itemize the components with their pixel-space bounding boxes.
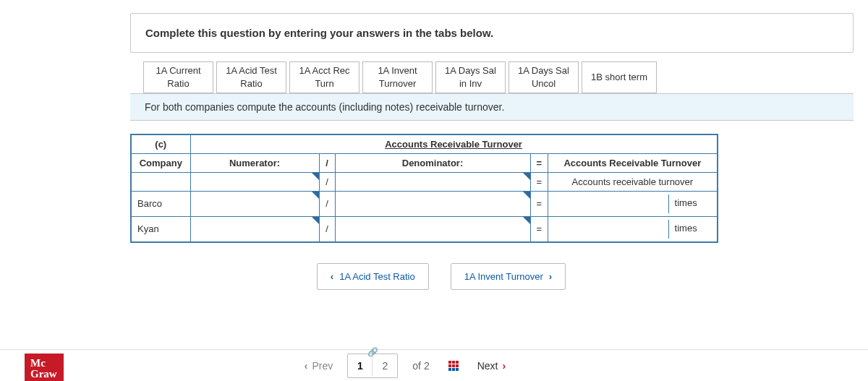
cell-slash: / [319,191,335,216]
header-numerator: Numerator: [190,153,319,172]
cell-equals: = [530,172,548,191]
cell-result-unit: times [669,194,711,213]
cell-denominator-input[interactable] [335,172,530,191]
cell-result-unit: times [669,220,711,239]
cell-numerator-input[interactable] [190,191,319,216]
table-row: Kyan / = times [131,216,718,242]
header-denominator: Denominator: [335,153,530,172]
page-other-button[interactable]: 2 [373,356,397,376]
header-slash: / [319,153,335,172]
header-part-c: (c) [131,134,190,153]
tab-1b-short-term[interactable]: 1B short term [582,61,657,93]
cell-equals: = [530,191,548,216]
header-result: Accounts Receivable Turnover [548,153,718,172]
next-tab-label: 1A Invent Turnover [464,271,543,282]
page-indicator: 🔗 1 2 [347,354,398,378]
cell-result-value-input[interactable] [554,194,669,213]
chevron-right-icon: › [502,360,506,372]
next-tab-button[interactable]: 1A Invent Turnover › [451,263,566,290]
page-of-text: of 2 [407,360,435,372]
header-equals: = [530,153,548,172]
cell-result-generic: Accounts receivable turnover [548,172,718,191]
cell-numerator-input[interactable] [190,172,319,191]
logo-line2: Graw [30,369,58,380]
tab-1a-acct-rec-turn[interactable]: 1A Acct Rec Turn [289,61,359,93]
question-prompt: For both companies compute the accounts … [130,93,854,121]
tab-1a-days-sal-in-inv[interactable]: 1A Days Sal in Inv [435,61,506,93]
mcgraw-logo: Mc Graw [25,354,64,381]
logo-line1: Mc [30,358,58,369]
cell-result-split: times [548,216,718,242]
footer-bar: Mc Graw ‹ Prev 🔗 1 2 of 2 Next › [0,349,868,381]
table-row: Barco / = times [131,191,718,216]
answer-table: (c) Accounts Receivable Turnover Company… [130,134,718,243]
total-pages: 2 [424,360,430,372]
cell-company-barco: Barco [131,191,190,216]
footer-prev-button[interactable]: ‹ Prev [299,356,339,376]
tab-nav-buttons: ‹ 1A Acid Test Ratio 1A Invent Turnover … [130,263,854,290]
cell-slash: / [319,216,335,242]
header-company: Company [131,153,190,172]
cell-slash: / [319,172,335,191]
tab-1a-acid-test-ratio[interactable]: 1A Acid Test Ratio [216,61,286,93]
tab-1a-invent-turnover[interactable]: 1A Invent Turnover [362,61,433,93]
prev-tab-label: 1A Acid Test Ratio [339,271,415,282]
instruction-text: Complete this question by entering your … [130,13,854,53]
chevron-left-icon: ‹ [305,360,308,372]
footer-prev-label: Prev [312,360,333,372]
header-merged-title: Accounts Receivable Turnover [190,134,718,153]
cell-company-kyan: Kyan [131,216,190,242]
chevron-left-icon: ‹ [331,271,333,282]
chevron-right-icon: › [549,271,552,282]
cell-result-value-input[interactable] [554,220,669,239]
tabs-container: 1A Current Ratio 1A Acid Test Ratio 1A A… [143,61,854,93]
footer-next-label: Next [477,360,498,372]
cell-denominator-input[interactable] [335,191,530,216]
prev-tab-button[interactable]: ‹ 1A Acid Test Ratio [317,263,429,290]
cell-equals: = [530,216,548,242]
of-label: of [412,360,421,372]
cell-company[interactable] [131,172,190,191]
cell-denominator-input[interactable] [335,216,530,242]
table-row: / = Accounts receivable turnover [131,172,718,191]
cell-numerator-input[interactable] [190,216,319,242]
grid-view-icon[interactable] [444,361,463,371]
tab-1a-days-sal-uncol[interactable]: 1A Days Sal Uncol [509,61,579,93]
page-current-button[interactable]: 1 [348,356,373,376]
link-icon: 🔗 [367,347,378,357]
cell-result-split: times [548,191,718,216]
tab-1a-current-ratio[interactable]: 1A Current Ratio [143,61,213,93]
footer-next-button[interactable]: Next › [472,356,511,376]
